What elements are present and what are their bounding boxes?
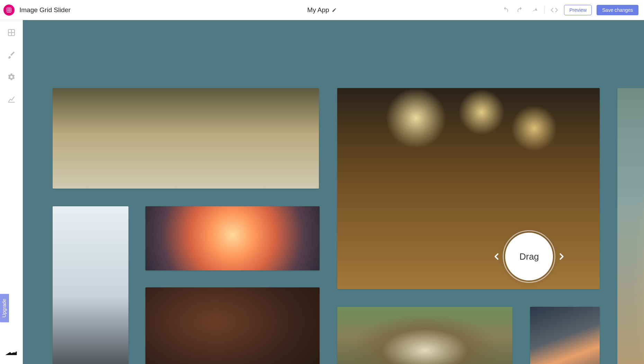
layout-icon[interactable] bbox=[5, 26, 18, 39]
drag-control[interactable]: Drag bbox=[491, 233, 567, 280]
topbar-center: My App bbox=[307, 6, 337, 14]
chevron-right-icon[interactable] bbox=[556, 250, 567, 263]
chevron-left-icon[interactable] bbox=[491, 250, 502, 263]
tile-sunset[interactable] bbox=[145, 206, 320, 271]
code-icon[interactable] bbox=[549, 5, 559, 15]
app-name[interactable]: My App bbox=[307, 6, 329, 14]
brand-icon[interactable] bbox=[3, 5, 15, 16]
canvas[interactable]: Drag bbox=[23, 20, 644, 364]
brush-icon[interactable] bbox=[5, 49, 18, 61]
topbar-left: Image Grid Slider bbox=[3, 5, 71, 16]
gear-icon[interactable] bbox=[5, 71, 18, 83]
powo-icon[interactable] bbox=[3, 349, 18, 357]
tile-leopard[interactable] bbox=[337, 307, 512, 364]
svg-rect-8 bbox=[12, 353, 16, 354]
analytics-icon[interactable] bbox=[5, 93, 18, 105]
save-changes-button[interactable]: Save changes bbox=[597, 5, 638, 15]
upgrade-button[interactable]: Upgrade bbox=[0, 294, 9, 322]
page-title: Image Grid Slider bbox=[19, 6, 71, 14]
pin-icon[interactable] bbox=[530, 5, 539, 15]
tile-skis[interactable] bbox=[53, 206, 128, 364]
redo-icon[interactable] bbox=[515, 5, 525, 15]
tile-airplane-sunset[interactable] bbox=[530, 307, 600, 364]
tile-golden-retriever[interactable] bbox=[617, 88, 644, 364]
edit-name-icon[interactable] bbox=[332, 8, 337, 12]
preview-button[interactable]: Preview bbox=[564, 5, 592, 15]
topbar-right: Preview Save changes bbox=[501, 5, 638, 15]
tile-wine-cheers[interactable] bbox=[145, 287, 320, 364]
left-rail: Upgrade bbox=[0, 20, 23, 364]
svg-point-9 bbox=[15, 352, 16, 353]
drag-handle[interactable]: Drag bbox=[505, 233, 553, 280]
undo-icon[interactable] bbox=[501, 5, 510, 15]
drag-label: Drag bbox=[519, 251, 539, 262]
topbar: Image Grid Slider My App Preview Save ch bbox=[0, 0, 644, 20]
separator bbox=[544, 6, 545, 14]
tile-group-photo[interactable] bbox=[53, 88, 319, 189]
